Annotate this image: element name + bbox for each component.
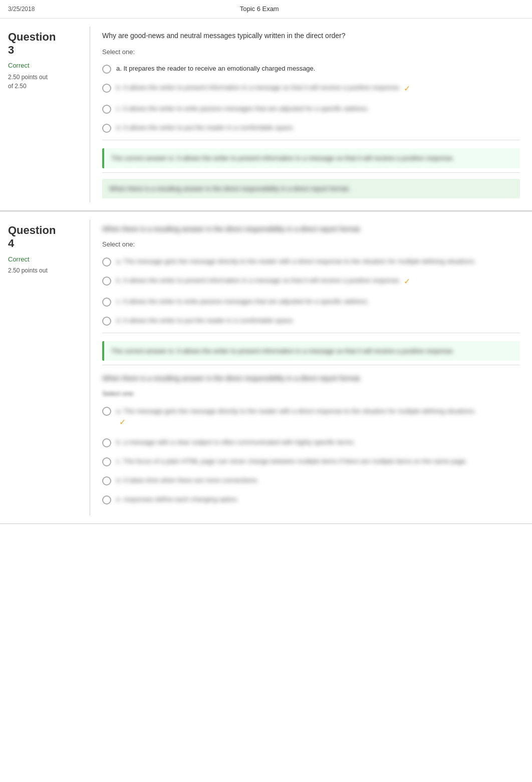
date-label: 3/25/2018 — [8, 5, 35, 14]
question-3-select-one: Select one: — [102, 47, 520, 57]
radio-c[interactable] — [102, 105, 111, 114]
radio-4b[interactable] — [102, 277, 111, 286]
question-3-label: Question3 — [8, 31, 82, 57]
option-4sub-d-text: d. It takes time when there are more con… — [116, 475, 259, 485]
question-4-feedback: The correct answer is: It allows the wri… — [102, 341, 520, 361]
question-3-option-a[interactable]: a. It prepares the reader to receive an … — [102, 62, 520, 76]
check-icon-4sub-a: ✓ — [119, 416, 126, 428]
radio-4c[interactable] — [102, 298, 111, 307]
option-4sub-b-text: b. a message with a clear subject is oft… — [116, 437, 355, 447]
question-4-sub-select-one: Select one: — [102, 389, 520, 399]
question-3-option-d[interactable]: d. It allows the writer to put the reade… — [102, 121, 520, 135]
question-4-content: When there is a resulting answer in the … — [90, 220, 532, 515]
question-3-block: Question3 Correct 2.50 points out of 2.5… — [0, 19, 532, 211]
option-a-text: a. It prepares the reader to receive an … — [116, 64, 315, 74]
question-4-sub: When there is a resulting answer in the … — [102, 373, 520, 506]
question-3-feedback: The correct answer is: It allows the wri… — [102, 148, 520, 168]
question-4-text: When there is a resulting answer in the … — [102, 224, 520, 234]
option-b-text: b. It allows the writer to present infor… — [116, 83, 401, 93]
option-4sub-e-text: e. responses define each changing option… — [116, 494, 238, 504]
radio-4sub-e[interactable] — [102, 495, 111, 504]
question-3-correct-answer: When there is a resulting answer in the … — [102, 179, 520, 199]
question-4-sub-option-e[interactable]: e. responses define each changing option… — [102, 492, 520, 506]
divider-4a — [102, 333, 520, 333]
question-3-points: 2.50 points out of 2.50 — [8, 73, 82, 91]
option-4sub-a-text: a. The message gets the message directly… — [116, 407, 476, 415]
feedback-text-3: The correct answer is: It allows the wri… — [111, 154, 454, 162]
question-4-sub-option-a[interactable]: a. The message gets the message directly… — [102, 404, 520, 430]
page-container: 3/25/2018 Topic 6 Exam Question3 Correct… — [0, 0, 532, 782]
option-d-text: d. It allows the writer to put the reade… — [116, 123, 295, 133]
question-3-sidebar: Question3 Correct 2.50 points out of 2.5… — [0, 27, 90, 203]
option-4a-text: a. The message gets the message directly… — [116, 256, 476, 267]
question-3-option-c[interactable]: c. It allows the writer to write passive… — [102, 102, 520, 116]
radio-4sub-a[interactable] — [102, 407, 111, 416]
question-4-option-d[interactable]: d. It allows the writer to put the reade… — [102, 314, 520, 328]
radio-4sub-c[interactable] — [102, 457, 111, 466]
question-4-select-one: Select one: — [102, 239, 520, 249]
option-4d-text: d. It allows the writer to put the reade… — [116, 316, 295, 326]
question-4-status: Correct — [8, 254, 82, 265]
question-4-label: Question4 — [8, 224, 82, 250]
exam-title: Topic 6 Exam — [35, 4, 484, 14]
question-4-sub-option-c[interactable]: c. The focus of a plain HTML page can ne… — [102, 454, 520, 468]
question-4-block: Question4 Correct 2.50 points out When t… — [0, 212, 532, 524]
question-4-sidebar: Question4 Correct 2.50 points out — [0, 220, 90, 515]
feedback-text-4: The correct answer is: It allows the wri… — [111, 347, 454, 355]
divider-3b — [102, 172, 520, 173]
question-4-sub-option-b[interactable]: b. a message with a clear subject is oft… — [102, 435, 520, 449]
option-4b-text: b. It allows the writer to present infor… — [116, 276, 401, 286]
radio-4a[interactable] — [102, 257, 111, 267]
correct-answer-text-3: When there is a resulting answer in the … — [109, 185, 350, 192]
question-3-option-b[interactable]: b. It allows the writer to present infor… — [102, 81, 520, 97]
radio-4sub-b[interactable] — [102, 438, 111, 447]
check-icon-b: ✓ — [404, 83, 410, 95]
divider-3a — [102, 140, 520, 140]
option-4c-text: c. It allows the writer to write passive… — [116, 297, 369, 307]
question-3-status: Correct — [8, 61, 82, 71]
radio-d[interactable] — [102, 124, 111, 133]
question-4-sub-text: When there is a resulting answer in the … — [102, 373, 520, 384]
question-4-option-a[interactable]: a. The message gets the message directly… — [102, 254, 520, 269]
radio-4sub-d[interactable] — [102, 476, 111, 485]
option-c-text: c. It allows the writer to write passive… — [116, 104, 369, 114]
radio-a[interactable] — [102, 65, 111, 74]
radio-b[interactable] — [102, 84, 111, 93]
question-4-points: 2.50 points out — [8, 266, 82, 275]
option-4sub-c-text: c. The focus of a plain HTML page can ne… — [116, 456, 467, 466]
question-4-option-b[interactable]: b. It allows the writer to present infor… — [102, 274, 520, 290]
question-4-sub-option-d[interactable]: d. It takes time when there are more con… — [102, 473, 520, 487]
question-4-option-c[interactable]: c. It allows the writer to write passive… — [102, 295, 520, 309]
top-bar: 3/25/2018 Topic 6 Exam — [0, 0, 532, 19]
question-3-content: Why are good-news and neutral messages t… — [90, 27, 532, 203]
radio-4d[interactable] — [102, 317, 111, 326]
divider-4b — [102, 365, 520, 365]
question-3-text: Why are good-news and neutral messages t… — [102, 31, 520, 41]
check-icon-4b: ✓ — [404, 276, 410, 288]
